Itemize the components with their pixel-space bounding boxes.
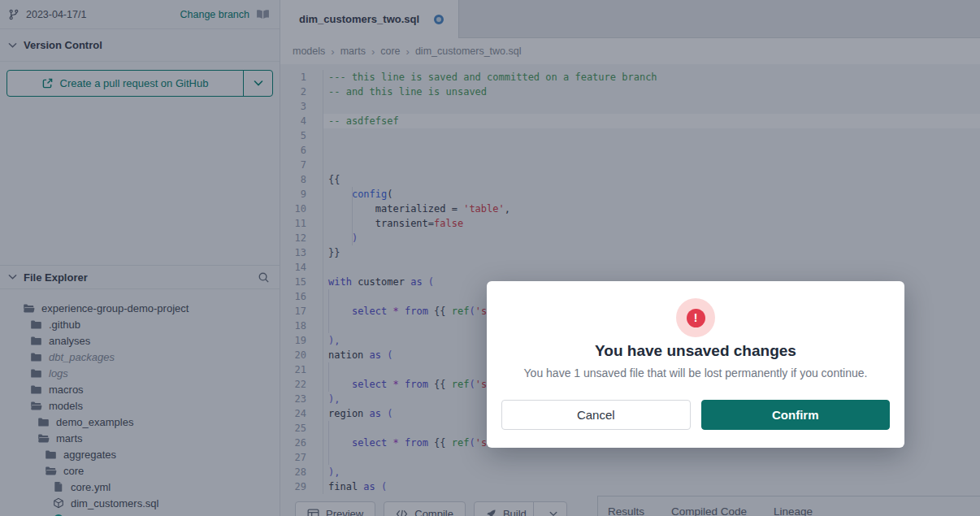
modal-actions: Cancel Confirm <box>501 400 890 430</box>
dbt-ide-window: 2023-04-17/1 Change branch Version Contr… <box>0 0 980 516</box>
modal-title: You have unsaved changes <box>501 342 890 360</box>
cancel-button[interactable]: Cancel <box>501 400 691 430</box>
exclamation-icon: ! <box>687 309 705 327</box>
unsaved-changes-modal: ! You have unsaved changes You have 1 un… <box>487 281 904 448</box>
confirm-button[interactable]: Confirm <box>701 400 891 430</box>
alert-icon: ! <box>676 298 715 337</box>
modal-body: You have 1 unsaved file that will be los… <box>501 366 890 379</box>
